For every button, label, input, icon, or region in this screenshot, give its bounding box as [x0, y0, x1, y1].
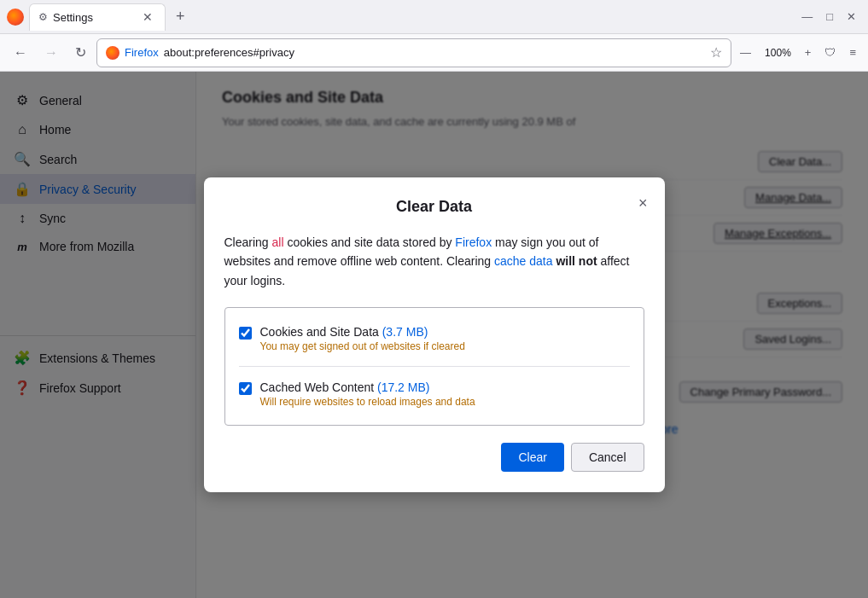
- forward-button[interactable]: →: [38, 42, 65, 64]
- zoom-level: 100%: [760, 45, 796, 61]
- modal-desc-all: all: [272, 235, 284, 249]
- tab-close-button[interactable]: ✕: [139, 9, 156, 25]
- cookies-option-text: Cookies and Site Data (3.7 MB): [260, 325, 465, 339]
- zoom-increase-button[interactable]: +: [800, 43, 817, 62]
- title-bar: ⚙ Settings ✕ + — □ ✕: [0, 0, 868, 34]
- clear-data-modal: Clear Data × Clearing all cookies and si…: [204, 177, 665, 492]
- modal-close-button[interactable]: ×: [635, 191, 651, 216]
- address-brand: Firefox: [125, 46, 159, 59]
- clear-button[interactable]: Clear: [501, 443, 563, 472]
- nav-bar: ← → ↻ Firefox about:preferences#privacy …: [0, 34, 868, 72]
- browser-frame: ⚙ Settings ✕ + — □ ✕ ← → ↻ Firefox about…: [0, 0, 868, 598]
- cancel-button[interactable]: Cancel: [571, 443, 644, 472]
- cache-checkbox[interactable]: [239, 382, 252, 395]
- close-window-button[interactable]: ✕: [842, 7, 861, 26]
- bookmark-button[interactable]: ☆: [710, 44, 722, 61]
- modal-description: Clearing all cookies and site data store…: [224, 233, 644, 290]
- modal-actions: Clear Cancel: [224, 443, 644, 472]
- cookies-option: Cookies and Site Data (3.7 MB) You may g…: [239, 318, 630, 367]
- zoom-decrease-button[interactable]: —: [735, 43, 756, 62]
- cache-option-sub: Will require websites to reload images a…: [260, 396, 475, 408]
- cache-size: (17.2 MB): [377, 380, 429, 394]
- cache-option-label[interactable]: Cached Web Content (17.2 MB) Will requir…: [239, 380, 630, 408]
- settings-gear-icon: ⚙: [38, 11, 48, 23]
- modal-desc-firefox: Firefox: [455, 235, 492, 249]
- cookies-option-sub: You may get signed out of websites if cl…: [260, 340, 465, 352]
- nav-right-controls: — 100% + 🛡 ≡: [735, 43, 861, 62]
- modal-desc-will-not: will not: [556, 254, 597, 268]
- cookies-checkbox[interactable]: [239, 327, 252, 340]
- cache-option: Cached Web Content (17.2 MB) Will requir…: [239, 374, 630, 415]
- maximize-button[interactable]: □: [821, 7, 838, 26]
- back-button[interactable]: ←: [7, 42, 34, 64]
- firefox-logo: [7, 9, 24, 26]
- site-identity-icon: [106, 46, 119, 60]
- modal-overlay: Clear Data × Clearing all cookies and si…: [0, 72, 868, 598]
- title-bar-left: [7, 9, 24, 26]
- menu-button[interactable]: ≡: [844, 43, 861, 62]
- modal-title: Clear Data: [224, 198, 644, 216]
- cookies-size: (3.7 MB): [382, 325, 428, 339]
- tab-title: Settings: [53, 11, 93, 24]
- address-text[interactable]: about:preferences#privacy: [164, 46, 705, 59]
- address-bar[interactable]: Firefox about:preferences#privacy ☆: [96, 38, 731, 67]
- cookies-option-label[interactable]: Cookies and Site Data (3.7 MB) You may g…: [239, 325, 630, 352]
- modal-desc-cache: cache data: [494, 254, 553, 268]
- modal-options-container: Cookies and Site Data (3.7 MB) You may g…: [224, 307, 644, 426]
- cache-option-text: Cached Web Content (17.2 MB): [260, 380, 475, 394]
- shield-icon[interactable]: 🛡: [819, 43, 841, 62]
- new-tab-button[interactable]: +: [171, 6, 190, 27]
- minimize-button[interactable]: —: [796, 7, 818, 26]
- browser-tab[interactable]: ⚙ Settings ✕: [29, 3, 166, 31]
- refresh-button[interactable]: ↻: [68, 41, 93, 64]
